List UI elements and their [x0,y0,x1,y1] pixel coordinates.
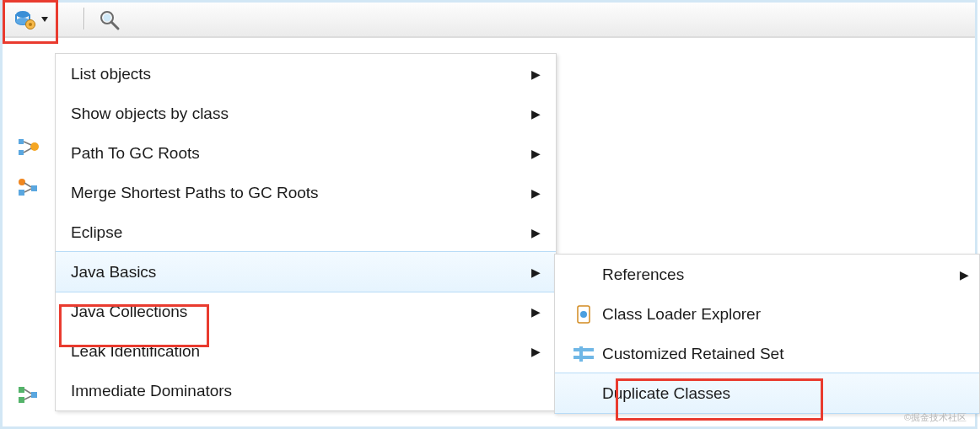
svg-rect-26 [579,346,583,362]
menu-item-path-to-gc-roots[interactable]: Path To GC Roots ▶ [56,133,556,173]
toolbar [3,3,975,38]
path-to-gc-roots-icon [3,127,53,168]
menu-item-label: Eclipse [71,223,524,242]
dropdown-icon [41,17,48,22]
menu-item-label: Java Basics [71,263,524,282]
watermark: ©掘金技术社区 [904,411,967,424]
menu-item-label: Leak Identification [71,342,524,361]
svg-line-20 [24,389,31,394]
submenu-item-label: Customized Retained Set [602,345,949,363]
svg-point-12 [19,179,25,185]
svg-rect-17 [19,387,24,393]
submenu-arrow-icon: ▶ [524,265,541,279]
svg-point-9 [30,142,39,151]
submenu-java-basics: References ▶ Class Loader Explorer [554,254,980,414]
left-icon-column [3,40,53,426]
svg-line-11 [24,148,31,153]
svg-rect-24 [573,348,594,351]
toolbar-separator [83,8,85,29]
query-browser-icon [14,8,36,30]
classloader-icon [565,304,602,324]
submenu-item-customized-retained-set[interactable]: Customized Retained Set [555,334,979,373]
submenu-arrow-icon: ▶ [524,186,541,200]
search-button[interactable] [95,6,124,35]
context-menu: List objects ▶ Show objects by class ▶ P… [55,53,557,411]
svg-point-3 [29,23,32,26]
svg-rect-25 [573,356,594,359]
svg-rect-18 [19,397,24,403]
submenu-arrow-icon: ▶ [524,107,541,121]
submenu-arrow-icon: ▶ [524,226,541,239]
submenu-arrow-icon: ▶ [524,147,541,160]
menu-item-eclipse[interactable]: Eclipse ▶ [56,212,556,252]
svg-point-0 [16,11,30,18]
menu-item-label: Immediate Dominators [71,382,524,400]
menu-item-java-collections[interactable]: Java Collections ▶ [56,292,556,331]
submenu-item-label: References [602,265,949,284]
dominator-tree-icon [3,375,53,416]
submenu-arrow-icon: ▶ [524,345,541,358]
menu-item-list-objects[interactable]: List objects ▶ [56,54,556,94]
svg-rect-13 [19,190,24,196]
svg-line-15 [24,183,31,187]
submenu-item-label: Duplicate Classes [602,384,949,403]
search-icon [99,9,121,31]
menu-item-label: Show objects by class [71,105,524,123]
query-browser-button[interactable] [8,3,55,36]
svg-rect-19 [31,392,37,398]
menu-item-show-objects-by-class[interactable]: Show objects by class ▶ [56,94,556,133]
svg-point-5 [104,14,111,22]
svg-line-6 [111,22,118,29]
menu-item-java-basics[interactable]: Java Basics ▶ [56,251,556,292]
menu-item-leak-identification[interactable]: Leak Identification ▶ [56,331,556,371]
submenu-arrow-icon: ▶ [949,268,969,282]
svg-line-21 [24,396,31,400]
svg-rect-7 [19,139,24,144]
svg-point-23 [580,311,587,318]
submenu-item-label: Class Loader Explorer [602,305,949,324]
menu-item-label: Merge Shortest Paths to GC Roots [71,184,524,202]
menu-item-immediate-dominators[interactable]: Immediate Dominators [56,371,556,410]
submenu-item-class-loader-explorer[interactable]: Class Loader Explorer [555,294,979,334]
submenu-arrow-icon: ▶ [524,305,541,319]
menu-item-merge-shortest-paths[interactable]: Merge Shortest Paths to GC Roots ▶ [56,173,556,212]
menu-item-label: Java Collections [71,303,524,321]
merge-paths-icon [3,168,53,208]
menu-item-label: List objects [71,65,524,83]
svg-line-10 [24,142,31,145]
svg-line-16 [24,189,31,192]
menu-item-label: Path To GC Roots [71,144,524,163]
retained-set-icon [565,346,602,362]
svg-rect-8 [19,150,24,155]
submenu-arrow-icon: ▶ [524,67,541,81]
svg-rect-14 [31,185,37,191]
submenu-item-duplicate-classes[interactable]: Duplicate Classes [555,373,979,414]
submenu-item-references[interactable]: References ▶ [555,255,979,294]
